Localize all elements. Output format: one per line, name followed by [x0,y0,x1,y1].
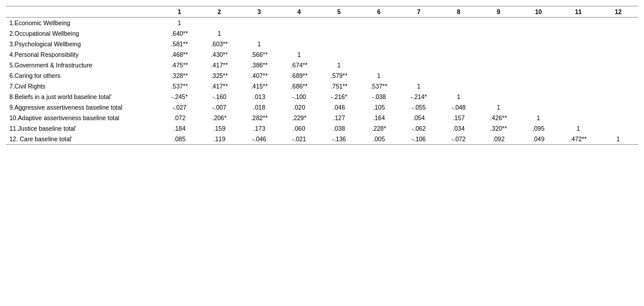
cell-r6-c4: .689** [279,70,319,81]
cell-r9-c1: -.027 [160,102,199,113]
cell-r11-c1: .184 [160,123,199,134]
cell-r4-c9 [479,49,518,60]
column-header-4: 4 [279,6,319,18]
cell-r5-c1: .475** [160,60,199,70]
cell-r12-c9: .092 [479,134,518,145]
cell-r1-c11 [558,18,598,29]
row-label: 12. Care baseline total' [6,134,160,145]
column-header-11: 11 [558,6,598,18]
cell-r3-c4 [279,39,319,49]
cell-r9-c2: -.007 [199,102,239,113]
cell-r3-c12 [598,39,638,49]
cell-r11-c11: 1 [558,123,598,134]
table-row: 9.Aggressive assertiveness baseline tota… [6,102,638,113]
column-header-3: 3 [239,6,279,18]
cell-r9-c5: .046 [319,102,359,113]
cell-r7-c6: .537** [359,81,399,91]
column-header-8: 8 [439,6,479,18]
cell-r8-c1: -.245* [160,91,199,102]
cell-r7-c8 [439,81,479,91]
cell-r11-c10: .095 [518,123,558,134]
table-row: 1.Economic Wellbeing1 [6,18,638,29]
cell-r3-c1: .581** [160,39,199,49]
column-header-label [6,6,160,18]
table-row: 12. Care baseline total'.085.119-.046-.0… [6,134,638,145]
cell-r9-c10 [518,102,558,113]
cell-r6-c3: .407** [239,70,279,81]
cell-r11-c5: .038 [319,123,359,134]
row-label: 10.Adaptive assertiveness baseline total [6,113,160,123]
cell-r9-c9: 1 [479,102,518,113]
cell-r9-c6: .105 [359,102,399,113]
cell-r9-c3: .018 [239,102,279,113]
column-header-2: 2 [199,6,239,18]
cell-r11-c3: .173 [239,123,279,134]
cell-r8-c6: -.038 [359,91,399,102]
cell-r8-c5: -.216* [319,91,359,102]
cell-r2-c11 [558,28,598,39]
table-row: 10.Adaptive assertiveness baseline total… [6,113,638,123]
cell-r1-c3 [239,18,279,29]
cell-r10-c6: .164 [359,113,399,123]
cell-r5-c8 [439,60,479,70]
cell-r2-c8 [439,28,479,39]
cell-r6-c2: .325** [199,70,239,81]
cell-r7-c7: 1 [399,81,439,91]
cell-r12-c3: -.046 [239,134,279,145]
row-label: 3.Psychological Wellbeing [6,39,160,49]
cell-r4-c5 [319,49,359,60]
cell-r3-c9 [479,39,518,49]
cell-r4-c12 [598,49,638,60]
cell-r3-c7 [399,39,439,49]
cell-r6-c1: .328** [160,70,199,81]
cell-r8-c7: -.214* [399,91,439,102]
cell-r11-c8: .034 [439,123,479,134]
cell-r4-c11 [558,49,598,60]
cell-r12-c5: -.136 [319,134,359,145]
cell-r11-c9: .320** [479,123,518,134]
cell-r10-c5: .127 [319,113,359,123]
table-row: 11.Justice baseline total'.184.159.173.0… [6,123,638,134]
cell-r1-c10 [518,18,558,29]
cell-r12-c7: -.106 [399,134,439,145]
cell-r2-c3 [239,28,279,39]
row-label: 2.Occupational Wellbeing [6,28,160,39]
cell-r1-c4 [279,18,319,29]
cell-r2-c9 [479,28,518,39]
cell-r5-c5: 1 [319,60,359,70]
cell-r10-c9: .426** [479,113,518,123]
cell-r1-c2 [199,18,239,29]
cell-r3-c8 [439,39,479,49]
cell-r1-c1: 1 [160,18,199,29]
cell-r12-c11: .472** [558,134,598,145]
cell-r7-c3: .415** [239,81,279,91]
cell-r9-c11 [558,102,598,113]
cell-r6-c5: .579** [319,70,359,81]
column-header-5: 5 [319,6,359,18]
cell-r5-c9 [479,60,518,70]
cell-r7-c4: .686** [279,81,319,91]
cell-r12-c8: -.072 [439,134,479,145]
cell-r8-c8: 1 [439,91,479,102]
cell-r12-c2: .119 [199,134,239,145]
cell-r4-c8 [439,49,479,60]
cell-r7-c1: .537** [160,81,199,91]
table-header-row: 1 2 3 4 5 6 7 8 9 10 11 12 [6,6,638,18]
cell-r11-c7: -.062 [399,123,439,134]
cell-r3-c2: .603** [199,39,239,49]
column-header-9: 9 [479,6,518,18]
cell-r10-c11 [558,113,598,123]
cell-r12-c6: .005 [359,134,399,145]
cell-r5-c7 [399,60,439,70]
table-row: 8.Beliefs in a just world baseline total… [6,91,638,102]
column-header-12: 12 [598,6,638,18]
row-label: 7.Civil Rights [6,81,160,91]
cell-r4-c4: 1 [279,49,319,60]
cell-r4-c10 [518,49,558,60]
cell-r6-c12 [598,70,638,81]
column-header-10: 10 [518,6,558,18]
cell-r12-c1: .085 [160,134,199,145]
cell-r9-c4: .020 [279,102,319,113]
cell-r6-c10 [518,70,558,81]
cell-r11-c6: .228* [359,123,399,134]
